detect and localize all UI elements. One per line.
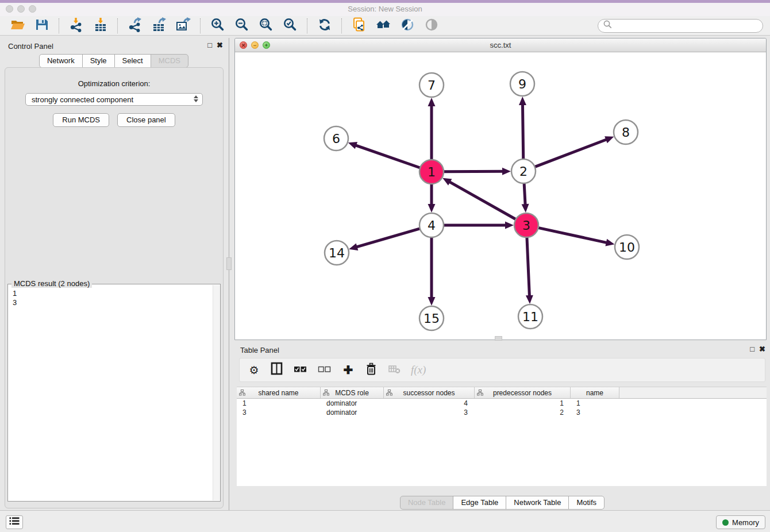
graph-edge-1-2[interactable] xyxy=(444,171,503,172)
graph-node-label-2: 2 xyxy=(519,164,528,179)
run-mcds-button[interactable]: Run MCDS xyxy=(53,113,109,127)
list-icon xyxy=(9,516,20,529)
task-history-button[interactable] xyxy=(6,515,23,529)
tab-style[interactable]: Style xyxy=(82,54,115,68)
refresh-button[interactable] xyxy=(315,17,334,34)
table-cell[interactable]: dominator xyxy=(321,408,384,417)
select-all-button[interactable] xyxy=(294,362,307,378)
tab-node-table[interactable]: Node Table xyxy=(400,496,454,510)
table-cell[interactable]: 1 xyxy=(237,399,321,408)
criterion-dropdown[interactable]: strongly connected component xyxy=(25,93,203,106)
result-scrollbar[interactable] xyxy=(213,285,220,500)
save-session-button[interactable] xyxy=(32,17,52,34)
graph-edge-arrow-3-10 xyxy=(605,239,614,246)
table-cell[interactable]: 1 xyxy=(571,399,619,408)
graph-edge-3-1[interactable] xyxy=(449,182,515,219)
zoom-selected-button[interactable] xyxy=(280,17,300,34)
graph-edge-arrow-4-3 xyxy=(505,222,514,229)
table-cell[interactable]: 3 xyxy=(237,408,321,417)
table-row[interactable]: 1dominator411 xyxy=(237,399,767,408)
delete-columns-button[interactable] xyxy=(365,362,378,378)
graph-edge-2-8[interactable] xyxy=(536,139,607,167)
table-body: 1dominator4113dominator323 xyxy=(237,399,767,417)
export-image-button[interactable] xyxy=(174,17,193,34)
zoom-fit-icon xyxy=(259,17,274,34)
tab-mcds[interactable]: MCDS xyxy=(151,54,188,68)
graph-edge-arrow-1-4 xyxy=(428,204,436,213)
graph-edge-arrow-2-9 xyxy=(519,97,526,105)
network-window-titlebar[interactable]: ✕ − + scc.txt xyxy=(235,38,766,52)
tab-network-table[interactable]: Network Table xyxy=(506,496,569,510)
close-panel-button[interactable]: Close panel xyxy=(117,113,175,127)
column-header-name[interactable]: name xyxy=(571,387,619,398)
column-header-predecessor-nodes[interactable]: predecessor nodes xyxy=(475,387,571,398)
column-header-successor-nodes[interactable]: successor nodes xyxy=(384,387,475,398)
graph-edge-arrow-4-15 xyxy=(428,297,436,306)
table-cell[interactable]: 3 xyxy=(571,408,619,417)
table-cell[interactable]: dominator xyxy=(321,399,384,408)
column-header-label: successor nodes xyxy=(403,389,455,397)
close-panel-icon[interactable]: ✖ xyxy=(217,41,223,50)
column-header-shared-name[interactable]: shared name xyxy=(237,387,321,398)
vertical-splitter-grip[interactable] xyxy=(226,257,232,270)
deselect-all-button[interactable] xyxy=(318,362,332,378)
search-icon xyxy=(603,20,613,32)
node-table: shared nameMCDS rolesuccessor nodesprede… xyxy=(237,387,767,486)
table-cell[interactable]: 3 xyxy=(384,408,475,417)
float-panel-icon[interactable]: □ xyxy=(750,345,754,354)
network-view-title: scc.txt xyxy=(235,41,766,49)
toolbar-separator xyxy=(307,18,308,33)
graph-edge-3-10[interactable] xyxy=(538,228,607,243)
control-panel-header: Control Panel □ ✖ xyxy=(0,38,228,54)
import-network-button[interactable] xyxy=(67,17,86,34)
column-header-mcds-role[interactable]: MCDS role xyxy=(321,387,384,398)
mcds-result-list[interactable]: 13 xyxy=(8,286,213,501)
tab-select[interactable]: Select xyxy=(114,54,151,68)
vertical-splitter[interactable] xyxy=(229,38,229,510)
table-options-button[interactable]: ⚙ xyxy=(248,362,260,378)
close-panel-icon[interactable]: ✖ xyxy=(759,345,765,354)
add-column-button[interactable]: ✚ xyxy=(342,362,355,378)
network-canvas[interactable]: 1234678910111415 xyxy=(236,52,765,339)
plus-icon: ✚ xyxy=(344,364,353,376)
tab-network[interactable]: Network xyxy=(39,54,83,68)
graph-edge-1-6[interactable] xyxy=(355,145,419,168)
toggle-graphics-details-button[interactable] xyxy=(398,17,417,34)
mcds-result-group: MCDS result (2 nodes) 13 xyxy=(7,284,221,502)
graph-edge-4-14[interactable] xyxy=(356,229,419,247)
birds-eye-button[interactable] xyxy=(422,17,441,34)
open-session-button[interactable] xyxy=(8,17,28,34)
graph-edge-2-9[interactable] xyxy=(522,104,523,159)
zoom-in-button[interactable] xyxy=(208,17,228,34)
tab-edge-table[interactable]: Edge Table xyxy=(453,496,506,510)
table-row[interactable]: 3dominator323 xyxy=(237,408,767,417)
export-table-button[interactable] xyxy=(149,17,169,34)
tab-motifs[interactable]: Motifs xyxy=(568,496,605,510)
graph-node-label-4: 4 xyxy=(428,218,436,233)
memory-button[interactable]: Memory xyxy=(716,515,765,529)
zoom-fit-button[interactable] xyxy=(256,17,276,34)
graph-edge-3-11[interactable] xyxy=(527,238,529,296)
export-network-icon xyxy=(128,17,143,34)
table-cell[interactable]: 2 xyxy=(475,408,571,417)
float-panel-icon[interactable]: □ xyxy=(207,41,212,50)
control-panel: Control Panel □ ✖ NetworkStyleSelectMCDS… xyxy=(0,38,228,510)
import-table-button[interactable] xyxy=(91,17,110,34)
column-panel-button[interactable] xyxy=(271,362,283,378)
zoom-out-icon xyxy=(234,17,249,34)
toolbar-separator xyxy=(341,18,342,33)
clone-network-button[interactable] xyxy=(349,17,369,34)
search-input[interactable] xyxy=(613,21,763,30)
table-cell[interactable]: 4 xyxy=(384,399,475,408)
export-network-button[interactable] xyxy=(125,17,145,34)
table-cell[interactable]: 1 xyxy=(475,399,571,408)
column-panel-icon xyxy=(271,362,283,378)
function-builder-button: f(x) xyxy=(411,362,426,378)
search-field[interactable] xyxy=(598,19,763,33)
homes-button[interactable] xyxy=(374,17,393,34)
horizontal-splitter-grip[interactable] xyxy=(495,336,502,341)
network-graph[interactable]: 1234678910111415 xyxy=(236,52,765,339)
graph-edge-2-3[interactable] xyxy=(524,184,525,205)
network-view-window: ✕ − + scc.txt 1234678910111415 xyxy=(234,38,767,340)
zoom-out-button[interactable] xyxy=(232,17,252,34)
